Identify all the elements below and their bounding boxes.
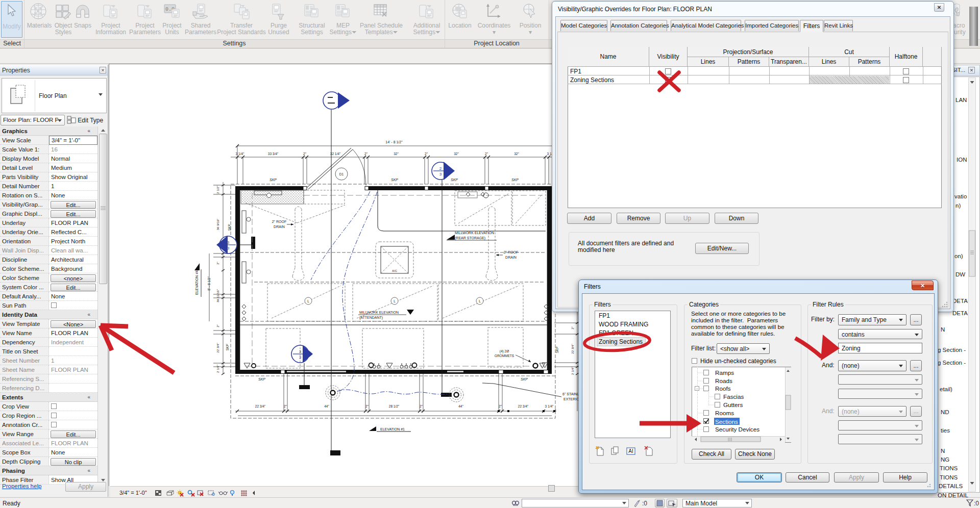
svg-text:2": 2"	[216, 262, 219, 265]
svg-text:32": 32"	[454, 152, 459, 156]
svg-text:DRAIN: DRAIN	[274, 225, 285, 228]
svg-text:2": 2"	[216, 324, 219, 327]
svg-text:SKP: SKP	[555, 346, 559, 353]
svg-text:22 3/4": 22 3/4"	[255, 404, 266, 408]
svg-text:SKP: SKP	[521, 377, 528, 381]
svg-text:2": 2"	[425, 152, 428, 156]
svg-text:2": 2"	[499, 404, 502, 408]
svg-text:2": 2"	[303, 152, 307, 156]
svg-text:SKP: SKP	[226, 344, 229, 351]
svg-text:32 1/4": 32 1/4"	[330, 152, 341, 156]
svg-text:2 1/2": 2 1/2"	[216, 186, 219, 194]
svg-text:2": 2"	[364, 152, 368, 156]
svg-text:GROMMETS: GROMMETS	[495, 354, 514, 358]
svg-text:2" ROOF: 2" ROOF	[272, 220, 287, 223]
svg-text:SKP: SKP	[451, 178, 458, 182]
svg-text:D1: D1	[339, 172, 344, 176]
svg-text:(ATTENDANT): (ATTENDANT)	[359, 316, 383, 320]
svg-text:ELEVATION #4: ELEVATION #4	[195, 270, 199, 295]
svg-text:EXTERIO: EXTERIO	[564, 397, 579, 401]
svg-text:2 1/4": 2 1/4"	[571, 367, 574, 375]
svg-text:L: L	[307, 299, 309, 303]
svg-text:32": 32"	[514, 152, 519, 156]
svg-text:2": 2"	[420, 404, 423, 408]
svg-text:SKP: SKP	[511, 178, 519, 182]
svg-text:L: L	[394, 299, 396, 303]
svg-text:SKP: SKP	[258, 377, 265, 381]
svg-text:SKP: SKP	[270, 178, 277, 182]
svg-text:14' - 8 1/2": 14' - 8 1/2"	[385, 140, 403, 144]
svg-text:(4) 2Ø: (4) 2Ø	[500, 349, 509, 353]
svg-text:3: 3	[439, 172, 442, 176]
svg-text:22 3/4": 22 3/4"	[518, 404, 529, 408]
svg-text:L: L	[479, 299, 481, 303]
svg-text:3 1/4": 3 1/4"	[236, 152, 244, 156]
svg-text:36 11/16": 36 11/16"	[216, 289, 219, 302]
svg-text:A/C: A/C	[392, 269, 398, 272]
svg-text:28 1/2": 28 1/2"	[389, 404, 400, 408]
svg-text:22 3/4": 22 3/4"	[216, 343, 219, 352]
svg-text:33 3/4": 33 3/4"	[268, 152, 279, 156]
svg-text:44": 44"	[458, 404, 463, 408]
svg-text:2": 2"	[365, 404, 369, 408]
svg-text:(REAR STORAGE): (REAR STORAGE)	[455, 236, 485, 240]
svg-text:3 1/4": 3 1/4"	[545, 404, 554, 408]
svg-text:32": 32"	[394, 152, 399, 156]
svg-text:36 9/16": 36 9/16"	[216, 219, 219, 231]
svg-text:SKP: SKP	[391, 178, 398, 182]
svg-text:SKP: SKP	[228, 224, 231, 231]
svg-text:DRAIN: DRAIN	[505, 256, 517, 259]
svg-text:2": 2"	[485, 152, 488, 156]
svg-text:ELEVATION #1: ELEVATION #1	[380, 427, 405, 431]
svg-text:MILLWORK ELEVATION: MILLWORK ELEVATION	[359, 311, 399, 314]
svg-text:2": 2"	[571, 326, 574, 329]
svg-text:2" ROOF: 2" ROOF	[504, 250, 519, 254]
svg-text:2 1/4": 2 1/4"	[216, 365, 219, 373]
svg-text:MILLWORK ELEVATION: MILLWORK ELEVATION	[455, 231, 494, 235]
svg-text:44": 44"	[324, 404, 329, 408]
svg-text:8' - 8 1/2": 8' - 8 1/2"	[207, 276, 211, 291]
svg-text:22 3/4": 22 3/4"	[571, 344, 574, 353]
svg-text:AI: AI	[628, 448, 633, 454]
svg-text:2": 2"	[284, 404, 287, 408]
svg-text:2: 2	[439, 166, 442, 171]
svg-text:6" STAINL: 6" STAINL	[562, 392, 579, 396]
